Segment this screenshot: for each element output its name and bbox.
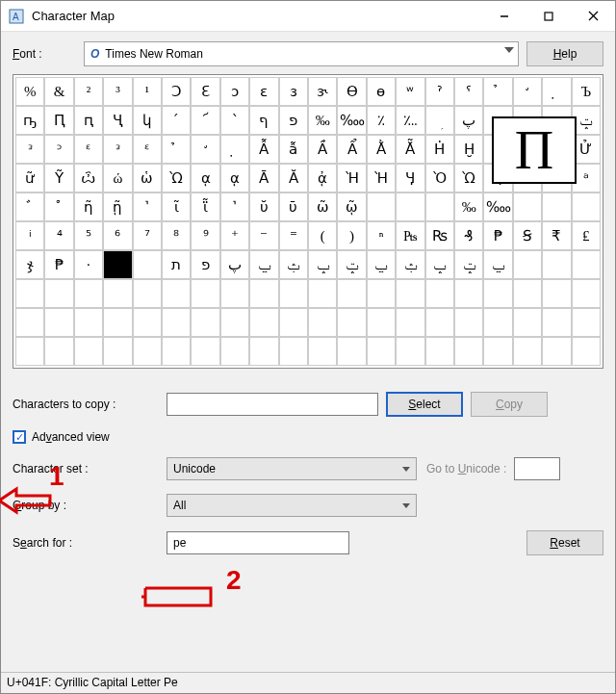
character-cell[interactable] — [74, 337, 103, 366]
character-cell[interactable]: ῆ — [74, 193, 103, 221]
character-cell[interactable] — [542, 250, 571, 279]
character-cell[interactable] — [454, 279, 483, 308]
character-cell[interactable] — [483, 308, 512, 337]
character-cell[interactable]: ₧ — [396, 221, 424, 250]
help-button[interactable]: Help — [526, 41, 603, 66]
character-cell[interactable]: ̣ — [220, 135, 249, 164]
character-cell[interactable]: Ẫ — [249, 135, 278, 164]
character-cell[interactable] — [337, 337, 366, 366]
character-cell[interactable]: Ɵ — [337, 77, 366, 106]
character-cell[interactable]: ῗ — [191, 193, 219, 221]
character-cell[interactable]: Ꞩ — [513, 221, 542, 250]
character-cell[interactable]: ჯ — [15, 250, 44, 279]
character-cell[interactable]: ᾳ — [220, 164, 249, 193]
character-cell[interactable] — [572, 308, 601, 337]
character-cell[interactable] — [249, 308, 278, 337]
character-cell[interactable]: ̛ — [513, 77, 542, 106]
character-cell[interactable] — [513, 250, 542, 279]
character-cell[interactable] — [483, 337, 512, 366]
character-cell[interactable]: Ḣ — [425, 135, 454, 164]
character-cell[interactable]: Ầ — [308, 135, 337, 164]
character-cell[interactable] — [191, 308, 219, 337]
character-cell[interactable]: ԥ — [74, 106, 103, 135]
character-cell[interactable]: ת — [162, 250, 191, 279]
character-cell[interactable]: Ḫ — [454, 135, 483, 164]
character-cell[interactable] — [279, 279, 308, 308]
character-cell[interactable] — [425, 308, 454, 337]
character-cell[interactable]: ؊ — [396, 106, 424, 135]
character-cell[interactable] — [103, 308, 132, 337]
character-cell[interactable] — [15, 308, 44, 337]
character-cell[interactable]: پ — [454, 106, 483, 135]
character-cell[interactable]: ՝ — [220, 106, 249, 135]
character-cell[interactable] — [44, 308, 73, 337]
character-cell[interactable] — [133, 337, 162, 366]
character-cell[interactable] — [337, 279, 366, 308]
character-cell[interactable]: ̉ — [483, 77, 512, 106]
character-cell[interactable]: ⁴ — [44, 221, 73, 250]
character-cell[interactable]: ) — [337, 221, 366, 250]
character-cell[interactable] — [542, 308, 571, 337]
character-cell[interactable] — [454, 308, 483, 337]
character-cell[interactable]: ῇ — [103, 193, 132, 221]
character-cell[interactable] — [572, 279, 601, 308]
character-cell[interactable]: ‱ — [337, 106, 366, 135]
character-cell[interactable]: ﾟ — [44, 193, 73, 221]
character-cell[interactable]: ‱ — [483, 193, 512, 221]
character-cell[interactable] — [572, 250, 601, 279]
character-cell[interactable]: Ẩ — [337, 135, 366, 164]
character-cell[interactable] — [162, 308, 191, 337]
character-cell[interactable]: Ъ — [572, 77, 601, 106]
character-cell[interactable] — [308, 308, 337, 337]
character-cell[interactable]: ɔ — [220, 77, 249, 106]
character-cell[interactable]: ՛ — [162, 106, 191, 135]
character-cell[interactable] — [454, 337, 483, 366]
search-input[interactable] — [167, 531, 349, 554]
character-cell[interactable]: ⁺ — [220, 221, 249, 250]
character-cell[interactable]: ˺ — [133, 193, 162, 221]
character-cell[interactable] — [542, 193, 571, 221]
character-cell[interactable] — [191, 279, 219, 308]
character-cell[interactable]: ՜ — [191, 106, 219, 135]
character-cell[interactable] — [308, 279, 337, 308]
character-cell[interactable]: ᵌ — [15, 135, 44, 164]
character-cell[interactable] — [74, 279, 103, 308]
character-cell[interactable] — [44, 337, 73, 366]
character-cell[interactable]: Ẵ — [396, 135, 424, 164]
go-to-unicode-input[interactable] — [514, 457, 560, 480]
character-cell[interactable]: ̉ — [162, 135, 191, 164]
character-cell[interactable] — [425, 279, 454, 308]
character-cell[interactable]: ̛ — [191, 135, 219, 164]
character-cell[interactable]: ᵋ — [133, 135, 162, 164]
character-cell[interactable] — [15, 279, 44, 308]
character-cell[interactable] — [44, 279, 73, 308]
character-cell[interactable]: Ᾱ — [249, 164, 278, 193]
character-cell[interactable]: Ӌ — [396, 164, 424, 193]
character-cell[interactable]: ݐ — [249, 250, 278, 279]
character-cell[interactable] — [249, 279, 278, 308]
character-cell[interactable] — [572, 193, 601, 221]
character-cell[interactable]: & — [44, 77, 73, 106]
character-cell[interactable] — [15, 337, 44, 366]
character-cell[interactable] — [74, 308, 103, 337]
character-cell[interactable]: ữ — [15, 164, 44, 193]
character-cell[interactable] — [542, 337, 571, 366]
character-cell[interactable] — [133, 279, 162, 308]
character-cell[interactable]: ᾀ — [308, 164, 337, 193]
character-cell[interactable]: Ằ — [367, 135, 396, 164]
character-cell[interactable] — [396, 279, 424, 308]
character-cell[interactable]: ɵ — [367, 77, 396, 106]
character-cell[interactable]: ݑ — [396, 250, 424, 279]
character-cell[interactable]: ˁ — [454, 77, 483, 106]
groupby-select[interactable]: All — [167, 494, 417, 517]
advanced-view-checkbox[interactable]: ✓ — [13, 430, 26, 444]
select-button[interactable]: Select — [386, 392, 463, 417]
character-cell[interactable]: ݒ — [425, 250, 454, 279]
character-cell[interactable]: ᵌ — [103, 135, 132, 164]
character-cell[interactable] — [337, 308, 366, 337]
character-cell[interactable]: ᵋ — [74, 135, 103, 164]
character-cell[interactable]: ⁼ — [279, 221, 308, 250]
character-cell[interactable]: ¹ — [133, 77, 162, 106]
character-cell[interactable] — [191, 337, 219, 366]
character-cell[interactable] — [367, 337, 396, 366]
